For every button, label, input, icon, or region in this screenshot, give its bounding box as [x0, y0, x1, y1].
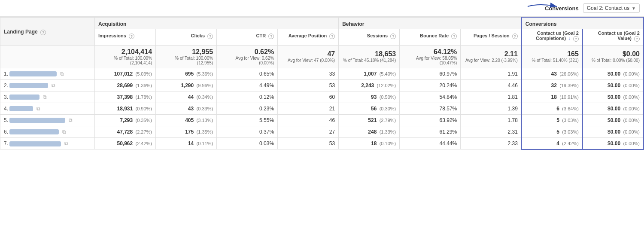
landing-page-help-icon[interactable]: ? [40, 30, 46, 35]
summary-bouncerate: 64.12% Avg for View: 58.05% (10.47%) [400, 45, 461, 68]
row-sessions-5: 521 (2.79%) [339, 114, 400, 126]
blurred-url[interactable] [9, 83, 48, 88]
summary-goalvalue: $0.00 % of Total: 0.00% ($0.00) [583, 45, 644, 68]
avg-position-col-header: Average Position ? [278, 29, 339, 45]
table-row: 7. ⧉ 50,962 (2.42%) 14 (0.11%) 0.03% 53 … [0, 137, 644, 149]
row-goalvalue-1: $0.00 (0.00%) [583, 68, 644, 79]
conversions-header: Conversions [522, 17, 644, 29]
row-clicks-1: 695 (5.36%) [156, 68, 217, 79]
row-landing-5: 5. ⧉ [0, 114, 95, 126]
row-bouncerate-7: 44.44% [400, 137, 461, 149]
row-avgpos-1: 33 [278, 68, 339, 79]
goal-dropdown[interactable]: Goal 2: Contact us ▼ [583, 3, 640, 13]
row-pagessession-1: 1.91 [461, 68, 522, 79]
row-pagessession-5: 1.78 [461, 114, 522, 126]
row-goalvalue-7: $0.00 (0.00%) [583, 137, 644, 149]
row-ctr-6: 0.37% [217, 126, 278, 137]
row-pagessession-4: 1.39 [461, 103, 522, 114]
impressions-help-icon[interactable]: ? [129, 34, 134, 39]
sort-icon: ↓ [568, 36, 571, 41]
summary-ctr: 0.62% Avg for View: 0.62% (0.00%) [217, 45, 278, 68]
goal-dropdown-value: Goal 2: Contact us [587, 5, 629, 11]
row-num: 4. [4, 106, 8, 112]
table-row: 6. ⧉ 47,728 (2.27%) 175 (1.35%) 0.37% 27… [0, 126, 644, 137]
row-goalcomp-5: 5 (3.03%) [522, 114, 583, 126]
behavior-header: Behavior [339, 17, 522, 29]
row-bouncerate-2: 20.24% [400, 79, 461, 91]
row-bouncerate-1: 60.97% [400, 68, 461, 79]
row-goalcomp-3: 18 (10.91%) [522, 91, 583, 103]
bounce-rate-col-header: Bounce Rate ? [400, 29, 461, 45]
row-clicks-3: 44 (0.34%) [156, 91, 217, 103]
row-impressions-6: 47,728 (2.27%) [95, 126, 156, 137]
row-impressions-1: 107,012 (5.09%) [95, 68, 156, 79]
row-impressions-3: 37,398 (1.78%) [95, 91, 156, 103]
row-bouncerate-5: 63.92% [400, 114, 461, 126]
row-ctr-2: 4.49% [217, 79, 278, 91]
row-sessions-7: 18 (0.10%) [339, 137, 400, 149]
copy-icon[interactable]: ⧉ [69, 117, 73, 123]
row-avgpos-4: 21 [278, 103, 339, 114]
row-clicks-2: 1,290 (9.96%) [156, 79, 217, 91]
ctr-col-header: CTR ? [217, 29, 278, 45]
clicks-help-icon[interactable]: ? [207, 34, 213, 39]
row-sessions-4: 56 (0.30%) [339, 103, 400, 114]
table-row: 3. ⧉ 37,398 (1.78%) 44 (0.34%) 0.12% 60 … [0, 91, 644, 103]
row-num: 1. [4, 71, 8, 77]
table-row: 1. ⧉ 107,012 (5.09%) 695 (5.36%) 0.65% 3… [0, 68, 644, 79]
row-bouncerate-6: 61.29% [400, 126, 461, 137]
row-goalcomp-2: 32 (19.39%) [522, 79, 583, 91]
summary-goalcomp: 165 % of Total: 51.40% (321) [522, 45, 583, 68]
copy-icon[interactable]: ⧉ [62, 129, 66, 135]
row-sessions-2: 2,243 (12.02%) [339, 79, 400, 91]
copy-icon[interactable]: ⧉ [36, 106, 40, 112]
summary-pagessession: 2.11 Avg for View: 2.20 (-3.99%) [461, 45, 522, 68]
goal-completions-col-header: Contact us (Goal 2 Completions) ↓ ? [522, 29, 583, 45]
pages-session-col-header: Pages / Session ? [461, 29, 522, 45]
impressions-col-header: Impressions ? [95, 29, 156, 45]
landing-page-header: Landing Page ? [0, 17, 95, 45]
arrow-annotation [526, 1, 560, 14]
goalcomp-help-icon[interactable]: ? [573, 36, 579, 42]
row-landing-7: 7. ⧉ [0, 137, 95, 149]
row-impressions-4: 18,931 (0.90%) [95, 103, 156, 114]
blurred-url[interactable] [9, 95, 39, 100]
blurred-url[interactable] [9, 129, 59, 134]
goal-value-col-header: Contact us (Goal 2 Value) ? [583, 29, 644, 45]
main-container: Conversions Goal 2: Contact us ▼ Landing… [0, 0, 644, 150]
copy-icon[interactable]: ⧉ [60, 71, 64, 77]
row-clicks-5: 405 (3.13%) [156, 114, 217, 126]
copy-icon[interactable]: ⧉ [52, 82, 55, 88]
copy-icon[interactable]: ⧉ [43, 94, 47, 100]
row-ctr-5: 5.55% [217, 114, 278, 126]
blurred-url[interactable] [9, 141, 61, 146]
table-row: 5. ⧉ 7,293 (0.35%) 405 (3.13%) 5.55% 46 … [0, 114, 644, 126]
blurred-url[interactable] [9, 71, 57, 76]
avgpos-help-icon[interactable]: ? [329, 34, 335, 39]
group-header-row: Landing Page ? Acquisition Behavior Conv… [0, 17, 644, 29]
blurred-url[interactable] [9, 106, 33, 111]
summary-sessions: 18,653 % of Total: 45.18% (41,284) [339, 45, 400, 68]
pagessession-help-icon[interactable]: ? [512, 34, 518, 39]
row-pagessession-2: 4.46 [461, 79, 522, 91]
row-num: 7. [4, 140, 8, 146]
row-goalvalue-5: $0.00 (0.00%) [583, 114, 644, 126]
row-pagessession-6: 2.31 [461, 126, 522, 137]
copy-icon[interactable]: ⧉ [64, 140, 68, 146]
row-sessions-3: 93 (0.50%) [339, 91, 400, 103]
row-num: 2. [4, 82, 8, 88]
ctr-help-icon[interactable]: ? [268, 34, 274, 39]
goalvalue-help-icon[interactable]: ? [634, 36, 640, 42]
row-goalvalue-2: $0.00 (0.00%) [583, 79, 644, 91]
blurred-url[interactable] [9, 118, 65, 123]
row-num: 6. [4, 129, 8, 135]
sessions-help-icon[interactable]: ? [390, 34, 396, 39]
row-landing-6: 6. ⧉ [0, 126, 95, 137]
row-sessions-1: 1,007 (5.40%) [339, 68, 400, 79]
summary-landing [0, 45, 95, 68]
col-header-row: Impressions ? Clicks ? CTR ? Average Pos… [0, 29, 644, 45]
bouncerate-help-icon[interactable]: ? [451, 34, 457, 39]
row-avgpos-2: 53 [278, 79, 339, 91]
summary-impressions: 2,104,414 % of Total: 100.00% (2,104,414… [95, 45, 156, 68]
row-clicks-6: 175 (1.35%) [156, 126, 217, 137]
